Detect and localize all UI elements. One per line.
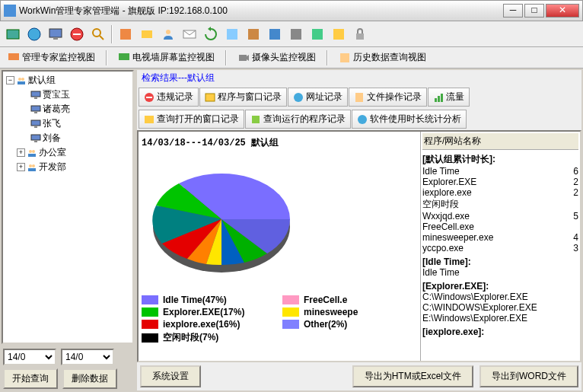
legend-item: Other(2%) [282, 319, 417, 330]
svg-rect-2 [49, 29, 62, 37]
svg-rect-5 [73, 33, 81, 35]
subtab-programs[interactable]: 查询运行的程序记录 [245, 110, 351, 129]
bottom-bar: 系统设置 导出为HTM或Excel文件 导出到WORD文件 [137, 362, 581, 390]
expand-icon[interactable]: + [17, 148, 25, 157]
svg-rect-9 [142, 30, 152, 38]
subtab-windows[interactable]: 查询打开的窗口记录 [139, 110, 244, 129]
svg-rect-15 [291, 29, 301, 40]
toolbar-icon-16[interactable] [329, 24, 349, 44]
date-to-select[interactable]: 14/0 [61, 349, 114, 365]
detail-row: Wxxjqd.exe5 [422, 211, 578, 221]
svg-rect-47 [441, 94, 443, 102]
tree-label: 贾宝玉 [43, 88, 70, 101]
refresh-icon[interactable] [201, 24, 221, 44]
tab-url[interactable]: 网址记录 [288, 88, 348, 107]
users-icon [27, 148, 37, 158]
svg-point-50 [358, 115, 367, 124]
tab-file-ops[interactable]: 文件操作记录 [349, 88, 427, 107]
collapse-icon[interactable]: − [6, 76, 14, 84]
detail-list[interactable]: 程序/网站名称 [默认组累计时长]: Idle Time6 Explorer.E… [420, 132, 580, 361]
tab-label: 查询运行的程序记录 [263, 113, 346, 126]
user-icon[interactable] [158, 24, 178, 44]
view-tab-label: 电视墙屏幕监控视图 [132, 51, 215, 64]
view-tab-wall[interactable]: 电视墙屏幕监控视图 [113, 49, 219, 65]
separator [225, 50, 227, 65]
svg-line-7 [100, 36, 104, 40]
tree-user-4[interactable]: 刘备 [5, 131, 131, 145]
query-button[interactable]: 开始查询 [3, 368, 58, 389]
tree-root[interactable]: − 默认组 [5, 73, 131, 88]
view-tab-monitor[interactable]: 管理专家监控视图 [3, 49, 100, 65]
forbid-icon[interactable] [67, 24, 87, 44]
svg-rect-21 [239, 55, 247, 61]
computer-icon [30, 90, 41, 100]
svg-point-37 [29, 164, 32, 167]
toolbar-icon-7[interactable] [137, 24, 157, 44]
toolbar-icon-14[interactable] [286, 24, 306, 44]
magnify-icon[interactable] [88, 24, 108, 44]
expand-icon[interactable]: + [17, 163, 25, 171]
toolbar-icon-6[interactable] [116, 24, 135, 44]
svg-point-35 [32, 150, 35, 153]
legend-item: Explorer.EXE(17%) [142, 307, 276, 317]
date-from-select[interactable]: 14/0 [3, 349, 56, 365]
legend-item: Idle Time(47%) [142, 295, 276, 305]
svg-point-23 [18, 78, 21, 81]
tree-group-dev[interactable]: +开发部 [5, 160, 131, 174]
users-icon [27, 162, 37, 173]
toolbar-icon-15[interactable] [307, 24, 327, 44]
close-button[interactable]: ✕ [546, 4, 579, 18]
main-toolbar [0, 21, 583, 47]
tree-user-2[interactable]: 诸葛亮 [5, 102, 131, 116]
svg-rect-14 [269, 29, 280, 40]
delete-button[interactable]: 删除数据 [62, 368, 117, 389]
separator [106, 50, 107, 65]
detail-row: 空闲时段 [422, 198, 578, 211]
tab-label: 违规记录 [157, 91, 193, 104]
query-panel: 14/0 14/0 开始查询 删除数据 [0, 346, 135, 392]
svg-rect-19 [8, 53, 19, 60]
tree-group-office[interactable]: +办公室 [5, 145, 131, 160]
globe-icon[interactable] [24, 24, 44, 44]
pie-chart [142, 158, 301, 288]
monitor-icon[interactable] [46, 24, 65, 44]
view-tab-history[interactable]: 历史数据查询视图 [334, 49, 431, 65]
svg-rect-29 [34, 112, 37, 113]
svg-point-6 [93, 29, 100, 37]
svg-rect-31 [34, 126, 37, 128]
export-word-button[interactable]: 导出到WORD文件 [479, 365, 578, 387]
tree-user-1[interactable]: 贾宝玉 [5, 88, 131, 102]
svg-point-24 [21, 78, 24, 81]
legend-swatch [282, 320, 299, 329]
maximize-button[interactable]: □ [524, 4, 544, 18]
detail-row: iexplore.exe2 [422, 187, 578, 198]
search-result-header: 检索结果---默认组 [137, 70, 581, 86]
tab-program-window[interactable]: 程序与窗口记录 [199, 88, 287, 107]
settings-button[interactable]: 系统设置 [140, 365, 201, 387]
detail-row: FreeCell.exe [422, 221, 578, 232]
toolbar-icon-12[interactable] [244, 24, 263, 44]
export-excel-button[interactable]: 导出为HTM或Excel文件 [352, 365, 473, 387]
tab-violation[interactable]: 违规记录 [139, 88, 199, 107]
view-tab-camera[interactable]: 摄像头监控视图 [233, 49, 320, 65]
svg-rect-12 [227, 29, 237, 40]
detail-row: minesweeper.exe4 [422, 232, 578, 243]
tree-label: 默认组 [28, 74, 56, 87]
mail-icon[interactable] [180, 24, 199, 44]
view-tab-label: 管理专家监控视图 [22, 51, 95, 64]
tab-traffic[interactable]: 流量 [428, 88, 470, 107]
lock-icon[interactable] [350, 24, 370, 44]
tree-user-3[interactable]: 张飞 [5, 116, 131, 131]
svg-rect-36 [28, 154, 36, 157]
legend-label: minesweepe [304, 307, 358, 317]
detail-row: Explorer.EXE2 [422, 177, 578, 187]
minimize-button[interactable]: ─ [503, 4, 523, 18]
detail-row: Idle Time [422, 267, 578, 278]
svg-point-43 [294, 93, 303, 102]
computer-icon [30, 119, 41, 129]
subtab-usage-stats[interactable]: 软件使用时长统计分析 [352, 110, 467, 129]
toolbar-icon-1[interactable] [3, 24, 23, 44]
toolbar-icon-11[interactable] [222, 24, 242, 44]
computer-icon [30, 133, 41, 144]
toolbar-icon-13[interactable] [265, 24, 285, 44]
